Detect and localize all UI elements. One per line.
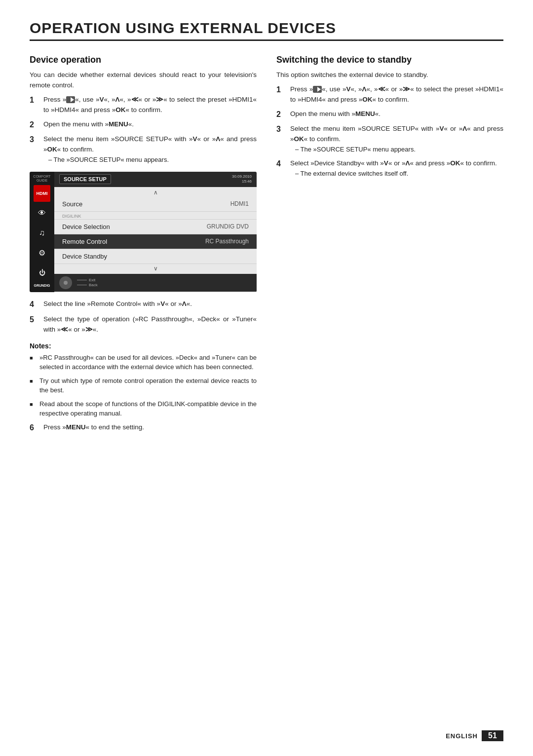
r-step-1: 1 Press »«, use »V«, »Λ«, »≪« or »≫« to … (276, 84, 503, 105)
r-step-4-num: 4 (276, 158, 287, 169)
tv-device-standby-row: Device Standby (54, 249, 257, 264)
page-title: OPERATION USING EXTERNAL DEVICES (30, 20, 503, 41)
tv-bottom-labels: Exit Back (77, 278, 98, 287)
r-step-2-num: 2 (276, 109, 287, 120)
tv-header: SOURCE SETUP 30.09.2010 15:46 (54, 172, 257, 187)
left-column: Device operation You can decide whether … (30, 55, 257, 438)
step-3-subnote: The »SOURCE SETUP« menu appears. (48, 155, 257, 165)
tv-disc-inner (64, 281, 68, 285)
tv-sidebar-music-icon: ♫ (34, 225, 50, 241)
notes-heading: Notes: (30, 342, 257, 350)
tv-digilink-label: DIGILINK (54, 212, 257, 220)
step-6: 6 Press »MENU« to end the setting. (30, 422, 257, 433)
note-2-text: Try out which type of remote control ope… (39, 376, 257, 395)
step-4-text: Select the line »Remote Control« with »V… (43, 299, 257, 309)
tv-exit-line (77, 280, 87, 280)
tv-source-value: HDMI1 (230, 200, 249, 207)
step-1: 1 Press »«, use »V«, »Λ«, »≪« or »≫« to … (30, 95, 257, 115)
tv-remote-control-label: Remote Control (62, 238, 107, 245)
tv-sidebar-power-icon: ⏻ (34, 264, 50, 281)
note-1: ■ »RC Passthrough« can be used for all d… (30, 353, 257, 372)
step-5: 5 Select the type of operation (»RC Pass… (30, 314, 257, 335)
step-3-num: 3 (30, 134, 40, 145)
step-3: 3 Select the menu item »SOURCE SETUP« wi… (30, 134, 257, 165)
note-1-text: »RC Passthrough« can be used for all dev… (39, 353, 257, 372)
note-3-text: Read about the scope of functions of the… (39, 399, 257, 418)
switching-heading: Switching the device to standby (276, 55, 503, 65)
notes-list: ■ »RC Passthrough« can be used for all d… (30, 353, 257, 418)
tv-back-row: Back (77, 283, 98, 287)
tv-sidebar-eye-icon: 👁 (34, 205, 50, 222)
tv-time: 30.09.2010 15:46 (232, 174, 252, 185)
tv-header-left: SOURCE SETUP (59, 174, 111, 184)
note-3-bullet: ■ (30, 400, 37, 409)
step-1-num: 1 (30, 95, 40, 106)
tv-mockup: COMFORTGUIDE HDMI 👁 ♫ ⚙ ⏻ GRUNDIG SOURCE… (30, 172, 257, 292)
tv-sidebar-settings-icon: ⚙ (34, 244, 50, 261)
step-2-num: 2 (30, 119, 40, 130)
note-1-bullet: ■ (30, 354, 37, 362)
right-column: Switching the device to standby This opt… (276, 55, 503, 438)
device-operation-heading: Device operation (30, 55, 257, 65)
r-step-3: 3 Select the menu item »SOURCE SETUP« wi… (276, 124, 503, 154)
r-step-4-text: Select »Device Standby« with »V« or »Λ« … (290, 158, 503, 179)
r-step-1-text: Press »«, use »V«, »Λ«, »≪« or »≫« to se… (290, 84, 503, 105)
tv-device-selection-label: Device Selection (62, 223, 110, 230)
tv-sidebar: COMFORTGUIDE HDMI 👁 ♫ ⚙ ⏻ GRUNDIG (30, 172, 54, 292)
tv-sidebar-comfort-label: COMFORTGUIDE (33, 175, 50, 182)
tv-nav-up: ∧ (54, 187, 257, 197)
tv-nav-down: ∨ (54, 264, 257, 274)
tv-hdmi-badge: SOURCE SETUP (59, 174, 111, 184)
device-operation-steps-3: 6 Press »MENU« to end the setting. (30, 422, 257, 433)
step-1-text: Press »«, use »V«, »Λ«, »≪« or »≫« to se… (43, 95, 257, 115)
footer-lang: ENGLISH (446, 732, 478, 740)
step-5-text: Select the type of operation (»RC Passth… (43, 314, 257, 335)
r-step-3-subnote: The »SOURCE SETUP« menu appears. (295, 145, 503, 154)
r-step-4-subnote: The external device switches itself off. (295, 169, 503, 179)
note-2: ■ Try out which type of remote control o… (30, 376, 257, 395)
main-content: Device operation You can decide whether … (30, 55, 503, 438)
tv-sidebar-hdmi-icon: HDMI (34, 185, 50, 202)
note-2-bullet: ■ (30, 377, 37, 385)
tv-source-label: Source (62, 200, 82, 208)
tv-remote-control-value: RC Passthrough (205, 238, 249, 245)
switching-steps: 1 Press »«, use »V«, »Λ«, »≪« or »≫« to … (276, 84, 503, 179)
device-operation-steps: 1 Press »«, use »V«, »Λ«, »≪« or »≫« to … (30, 95, 257, 165)
device-operation-intro: You can decide whether external devices … (30, 70, 257, 91)
tv-device-standby-label: Device Standby (62, 253, 107, 260)
step-4-num: 4 (30, 299, 40, 310)
step-2: 2 Open the menu with »MENU«. (30, 119, 257, 130)
tv-disc-icon (59, 276, 72, 289)
tv-remote-control-row: Remote Control RC Passthrough (54, 234, 257, 249)
tv-device-selection-row: Device Selection GRUNDIG DVD (54, 220, 257, 234)
notes-section: Notes: ■ »RC Passthrough« can be used fo… (30, 342, 257, 418)
footer-page-number: 51 (482, 730, 503, 741)
tv-exit-row: Exit (77, 278, 98, 282)
tv-back-line (77, 285, 87, 285)
tv-screen: SOURCE SETUP 30.09.2010 15:46 ∧ Source H… (54, 172, 257, 292)
step-4: 4 Select the line »Remote Control« with … (30, 299, 257, 310)
note-3: ■ Read about the scope of functions of t… (30, 399, 257, 418)
r-step-4: 4 Select »Device Standby« with »V« or »Λ… (276, 158, 503, 179)
tv-source-row: Source HDMI1 (54, 197, 257, 212)
r-step-2-text: Open the menu with »MENU«. (290, 109, 503, 119)
r-step-3-text: Select the menu item »SOURCE SETUP« with… (290, 124, 503, 154)
tv-device-selection-value: GRUNDIG DVD (207, 223, 249, 230)
tv-bottom-bar: Exit Back (54, 274, 257, 292)
step-2-text: Open the menu with »MENU«. (43, 119, 257, 130)
r-step-3-num: 3 (276, 124, 287, 135)
step-6-text: Press »MENU« to end the setting. (43, 422, 257, 433)
r-step-2: 2 Open the menu with »MENU«. (276, 109, 503, 120)
step-5-num: 5 (30, 314, 40, 325)
page-footer: ENGLISH 51 (446, 730, 503, 741)
device-operation-steps-2: 4 Select the line »Remote Control« with … (30, 299, 257, 335)
step-3-text: Select the menu item »SOURCE SETUP« with… (43, 134, 257, 165)
switching-intro: This option switches the external device… (276, 70, 503, 80)
r-step-1-num: 1 (276, 84, 287, 95)
tv-sidebar-brand: GRUNDIG (34, 284, 50, 289)
tv-back-label: Back (89, 283, 98, 287)
step-6-num: 6 (30, 422, 40, 433)
tv-exit-label: Exit (89, 278, 95, 282)
